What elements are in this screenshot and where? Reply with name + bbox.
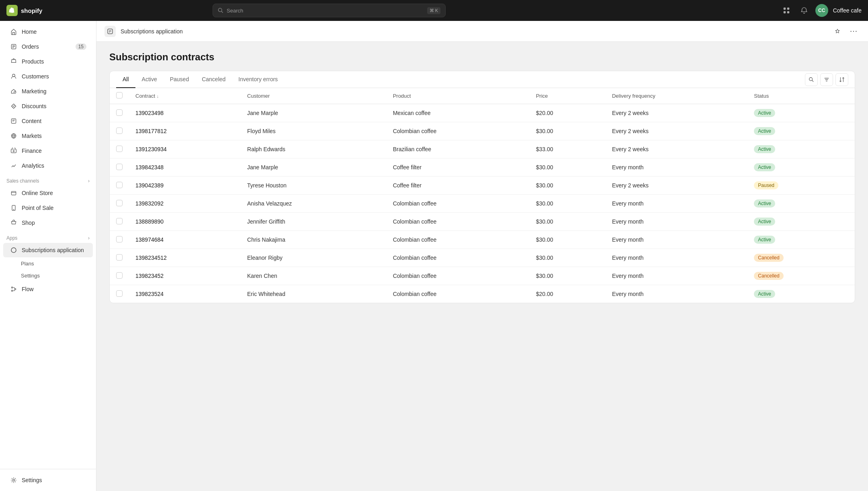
status-cell: Active xyxy=(747,231,855,249)
row-checkbox[interactable] xyxy=(116,200,123,206)
sidebar-item-markets[interactable]: Markets xyxy=(3,129,93,143)
sidebar-item-subscriptions-application[interactable]: Subscriptions application xyxy=(3,243,93,257)
svg-point-26 xyxy=(11,287,12,288)
sidebar-item-finance[interactable]: Finance xyxy=(3,144,93,158)
row-checkbox-cell xyxy=(110,122,129,140)
sidebar-item-marketing[interactable]: Marketing xyxy=(3,84,93,99)
product-cell: Brazilian coffee xyxy=(387,140,530,158)
contract-link[interactable]: 139823524 xyxy=(135,291,164,297)
products-icon xyxy=(10,58,18,66)
tab-all[interactable]: All xyxy=(116,71,135,88)
select-all-checkbox[interactable] xyxy=(116,92,123,99)
sidebar-item-point-of-sale[interactable]: Point of Sale xyxy=(3,201,93,215)
tab-active[interactable]: Active xyxy=(135,71,164,88)
apps-section[interactable]: Apps › xyxy=(0,230,96,242)
sidebar-item-label: Subscriptions application xyxy=(22,247,84,253)
contract-link[interactable]: 138974684 xyxy=(135,236,164,243)
sidebar-item-flow[interactable]: Flow xyxy=(3,282,93,296)
logo[interactable]: shopify xyxy=(6,5,42,16)
sidebar-item-settings[interactable]: Settings xyxy=(3,473,93,487)
product-header: Product xyxy=(387,88,530,104)
row-checkbox[interactable] xyxy=(116,182,123,188)
row-checkbox[interactable] xyxy=(116,272,123,279)
avatar[interactable]: CC xyxy=(815,4,828,17)
tab-canceled[interactable]: Canceled xyxy=(195,71,232,88)
sidebar-item-shop[interactable]: Shop xyxy=(3,216,93,230)
sidebar-sub-plans[interactable]: Plans xyxy=(3,258,93,269)
status-cell: Active xyxy=(747,122,855,140)
sidebar-sub-settings[interactable]: Settings xyxy=(3,270,93,281)
sidebar-item-label: Settings xyxy=(22,477,42,483)
row-checkbox[interactable] xyxy=(116,127,123,134)
contract-link[interactable]: 139842348 xyxy=(135,164,164,171)
layout: Home Orders 15 Products Customers xyxy=(0,21,868,491)
delivery-frequency-cell: Every month xyxy=(606,213,747,231)
table-row: 138889890 Jennifer Griffith Colombian co… xyxy=(110,213,855,231)
customer-header: Customer xyxy=(241,88,387,104)
sales-channels-section[interactable]: Sales channels › xyxy=(0,173,96,185)
status-badge: Active xyxy=(754,290,775,298)
pos-icon xyxy=(10,204,18,212)
more-options-button[interactable] xyxy=(847,25,860,38)
contract-cell: 1398177812 xyxy=(129,122,241,140)
contract-link[interactable]: 138889890 xyxy=(135,218,164,225)
sidebar-item-label: Customers xyxy=(22,73,49,80)
customer-cell: Ralph Edwards xyxy=(241,140,387,158)
row-checkbox[interactable] xyxy=(116,236,123,242)
search-table-button[interactable] xyxy=(805,73,818,86)
sidebar-item-products[interactable]: Products xyxy=(3,54,93,69)
status-cell: Cancelled xyxy=(747,249,855,267)
sidebar-item-discounts[interactable]: Discounts xyxy=(3,99,93,113)
status-cell: Active xyxy=(747,285,855,303)
row-checkbox[interactable] xyxy=(116,146,123,152)
row-checkbox[interactable] xyxy=(116,218,123,224)
settings-icon xyxy=(10,476,18,484)
row-checkbox-cell xyxy=(110,231,129,249)
delivery-frequency-cell: Every month xyxy=(606,158,747,177)
sidebar-item-analytics[interactable]: Analytics xyxy=(3,158,93,173)
contract-link[interactable]: 139823452 xyxy=(135,273,164,279)
logo-text: shopify xyxy=(21,7,42,14)
shopify-logo-icon xyxy=(6,5,18,16)
page-header: Subscriptions application xyxy=(96,21,868,42)
sidebar-item-customers[interactable]: Customers xyxy=(3,69,93,84)
status-badge: Active xyxy=(754,199,775,207)
contract-header[interactable]: Contract ↓ xyxy=(129,88,241,104)
search-box[interactable]: Search ⌘ K xyxy=(213,4,446,17)
contract-link[interactable]: 139042389 xyxy=(135,182,164,189)
contract-link[interactable]: 139023498 xyxy=(135,110,164,116)
svg-point-27 xyxy=(14,288,16,290)
contract-link[interactable]: 1391230934 xyxy=(135,146,167,152)
filter-button[interactable] xyxy=(820,73,833,86)
contract-link[interactable]: 139832092 xyxy=(135,200,164,207)
row-checkbox[interactable] xyxy=(116,254,123,261)
store-name: Coffee cafe xyxy=(833,7,862,14)
sidebar-item-content[interactable]: Content xyxy=(3,114,93,128)
notifications-icon[interactable] xyxy=(798,4,811,17)
sort-button[interactable] xyxy=(835,73,848,86)
sidebar-sub-label: Plans xyxy=(21,261,34,267)
pin-button[interactable] xyxy=(831,25,844,38)
row-checkbox[interactable] xyxy=(116,164,123,170)
contract-cell: 139042389 xyxy=(129,177,241,195)
sidebar-item-orders[interactable]: Orders 15 xyxy=(3,39,93,54)
svg-point-34 xyxy=(850,31,851,31)
orders-icon xyxy=(10,43,18,51)
status-cell: Active xyxy=(747,195,855,213)
sidebar-item-online-store[interactable]: Online Store xyxy=(3,186,93,200)
page-header-actions xyxy=(831,25,860,38)
svg-point-11 xyxy=(14,91,16,93)
contract-link[interactable]: 1398177812 xyxy=(135,128,167,134)
sidebar-item-home[interactable]: Home xyxy=(3,25,93,39)
subscriptions-icon xyxy=(10,246,18,254)
apps-icon[interactable] xyxy=(780,4,793,17)
row-checkbox[interactable] xyxy=(116,109,123,116)
sidebar: Home Orders 15 Products Customers xyxy=(0,21,96,491)
sidebar-item-label: Finance xyxy=(22,148,42,154)
content-icon xyxy=(10,117,18,125)
tab-inventory-errors[interactable]: Inventory errors xyxy=(232,71,284,88)
tab-paused[interactable]: Paused xyxy=(164,71,195,88)
contract-link[interactable]: 1398234512 xyxy=(135,255,167,261)
row-checkbox[interactable] xyxy=(116,290,123,297)
status-cell: Active xyxy=(747,104,855,122)
